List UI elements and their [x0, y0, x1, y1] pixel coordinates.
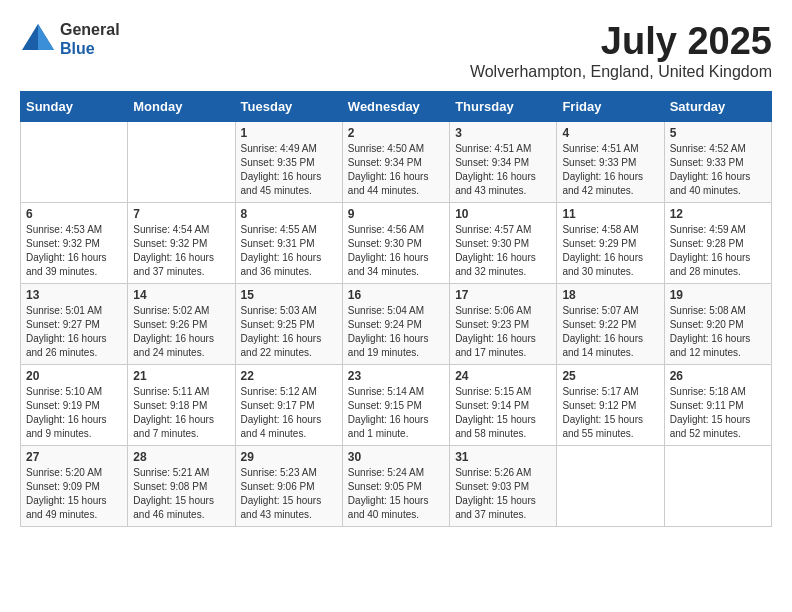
day-info: Sunrise: 5:03 AM Sunset: 9:25 PM Dayligh… — [241, 305, 322, 358]
day-info: Sunrise: 4:51 AM Sunset: 9:33 PM Dayligh… — [562, 143, 643, 196]
day-number: 4 — [562, 126, 658, 140]
day-number: 24 — [455, 369, 551, 383]
day-info: Sunrise: 5:08 AM Sunset: 9:20 PM Dayligh… — [670, 305, 751, 358]
day-info: Sunrise: 4:50 AM Sunset: 9:34 PM Dayligh… — [348, 143, 429, 196]
day-number: 3 — [455, 126, 551, 140]
day-info: Sunrise: 5:14 AM Sunset: 9:15 PM Dayligh… — [348, 386, 429, 439]
weekday-header-friday: Friday — [557, 92, 664, 122]
day-cell: 2Sunrise: 4:50 AM Sunset: 9:34 PM Daylig… — [342, 122, 449, 203]
day-number: 30 — [348, 450, 444, 464]
day-info: Sunrise: 4:51 AM Sunset: 9:34 PM Dayligh… — [455, 143, 536, 196]
day-cell: 31Sunrise: 5:26 AM Sunset: 9:03 PM Dayli… — [450, 446, 557, 527]
logo-blue: Blue — [60, 39, 120, 58]
weekday-header-row: SundayMondayTuesdayWednesdayThursdayFrid… — [21, 92, 772, 122]
day-cell: 11Sunrise: 4:58 AM Sunset: 9:29 PM Dayli… — [557, 203, 664, 284]
day-cell: 8Sunrise: 4:55 AM Sunset: 9:31 PM Daylig… — [235, 203, 342, 284]
day-info: Sunrise: 5:11 AM Sunset: 9:18 PM Dayligh… — [133, 386, 214, 439]
day-number: 9 — [348, 207, 444, 221]
day-number: 31 — [455, 450, 551, 464]
day-cell: 3Sunrise: 4:51 AM Sunset: 9:34 PM Daylig… — [450, 122, 557, 203]
weekday-header-monday: Monday — [128, 92, 235, 122]
day-cell: 22Sunrise: 5:12 AM Sunset: 9:17 PM Dayli… — [235, 365, 342, 446]
day-number: 2 — [348, 126, 444, 140]
day-number: 19 — [670, 288, 766, 302]
week-row-5: 27Sunrise: 5:20 AM Sunset: 9:09 PM Dayli… — [21, 446, 772, 527]
day-info: Sunrise: 5:24 AM Sunset: 9:05 PM Dayligh… — [348, 467, 429, 520]
day-number: 13 — [26, 288, 122, 302]
day-number: 10 — [455, 207, 551, 221]
day-info: Sunrise: 5:17 AM Sunset: 9:12 PM Dayligh… — [562, 386, 643, 439]
day-info: Sunrise: 4:58 AM Sunset: 9:29 PM Dayligh… — [562, 224, 643, 277]
weekday-header-tuesday: Tuesday — [235, 92, 342, 122]
day-info: Sunrise: 4:52 AM Sunset: 9:33 PM Dayligh… — [670, 143, 751, 196]
day-cell: 13Sunrise: 5:01 AM Sunset: 9:27 PM Dayli… — [21, 284, 128, 365]
day-cell: 1Sunrise: 4:49 AM Sunset: 9:35 PM Daylig… — [235, 122, 342, 203]
day-info: Sunrise: 5:07 AM Sunset: 9:22 PM Dayligh… — [562, 305, 643, 358]
day-cell: 23Sunrise: 5:14 AM Sunset: 9:15 PM Dayli… — [342, 365, 449, 446]
calendar-subtitle: Wolverhampton, England, United Kingdom — [470, 63, 772, 81]
day-cell — [557, 446, 664, 527]
day-number: 11 — [562, 207, 658, 221]
day-info: Sunrise: 4:57 AM Sunset: 9:30 PM Dayligh… — [455, 224, 536, 277]
day-cell: 27Sunrise: 5:20 AM Sunset: 9:09 PM Dayli… — [21, 446, 128, 527]
day-cell: 17Sunrise: 5:06 AM Sunset: 9:23 PM Dayli… — [450, 284, 557, 365]
day-cell: 16Sunrise: 5:04 AM Sunset: 9:24 PM Dayli… — [342, 284, 449, 365]
day-number: 12 — [670, 207, 766, 221]
day-cell: 19Sunrise: 5:08 AM Sunset: 9:20 PM Dayli… — [664, 284, 771, 365]
day-cell: 4Sunrise: 4:51 AM Sunset: 9:33 PM Daylig… — [557, 122, 664, 203]
day-number: 28 — [133, 450, 229, 464]
day-info: Sunrise: 4:55 AM Sunset: 9:31 PM Dayligh… — [241, 224, 322, 277]
logo-general: General — [60, 20, 120, 39]
day-number: 20 — [26, 369, 122, 383]
day-number: 15 — [241, 288, 337, 302]
day-cell: 7Sunrise: 4:54 AM Sunset: 9:32 PM Daylig… — [128, 203, 235, 284]
day-cell: 12Sunrise: 4:59 AM Sunset: 9:28 PM Dayli… — [664, 203, 771, 284]
weekday-header-saturday: Saturday — [664, 92, 771, 122]
day-info: Sunrise: 5:15 AM Sunset: 9:14 PM Dayligh… — [455, 386, 536, 439]
day-cell — [664, 446, 771, 527]
day-number: 7 — [133, 207, 229, 221]
day-number: 6 — [26, 207, 122, 221]
day-cell — [128, 122, 235, 203]
day-number: 26 — [670, 369, 766, 383]
week-row-2: 6Sunrise: 4:53 AM Sunset: 9:32 PM Daylig… — [21, 203, 772, 284]
day-cell: 9Sunrise: 4:56 AM Sunset: 9:30 PM Daylig… — [342, 203, 449, 284]
day-number: 14 — [133, 288, 229, 302]
day-number: 25 — [562, 369, 658, 383]
day-cell: 10Sunrise: 4:57 AM Sunset: 9:30 PM Dayli… — [450, 203, 557, 284]
day-info: Sunrise: 5:04 AM Sunset: 9:24 PM Dayligh… — [348, 305, 429, 358]
day-cell: 28Sunrise: 5:21 AM Sunset: 9:08 PM Dayli… — [128, 446, 235, 527]
day-cell: 26Sunrise: 5:18 AM Sunset: 9:11 PM Dayli… — [664, 365, 771, 446]
day-number: 23 — [348, 369, 444, 383]
day-info: Sunrise: 5:26 AM Sunset: 9:03 PM Dayligh… — [455, 467, 536, 520]
day-info: Sunrise: 5:21 AM Sunset: 9:08 PM Dayligh… — [133, 467, 214, 520]
day-number: 8 — [241, 207, 337, 221]
title-area: July 2025 Wolverhampton, England, United… — [470, 20, 772, 81]
day-cell: 29Sunrise: 5:23 AM Sunset: 9:06 PM Dayli… — [235, 446, 342, 527]
logo: General Blue — [20, 20, 120, 58]
day-cell: 20Sunrise: 5:10 AM Sunset: 9:19 PM Dayli… — [21, 365, 128, 446]
day-info: Sunrise: 4:56 AM Sunset: 9:30 PM Dayligh… — [348, 224, 429, 277]
day-info: Sunrise: 4:53 AM Sunset: 9:32 PM Dayligh… — [26, 224, 107, 277]
day-cell — [21, 122, 128, 203]
day-number: 17 — [455, 288, 551, 302]
calendar-header: General Blue July 2025 Wolverhampton, En… — [20, 20, 772, 81]
week-row-1: 1Sunrise: 4:49 AM Sunset: 9:35 PM Daylig… — [21, 122, 772, 203]
day-cell: 14Sunrise: 5:02 AM Sunset: 9:26 PM Dayli… — [128, 284, 235, 365]
day-info: Sunrise: 5:18 AM Sunset: 9:11 PM Dayligh… — [670, 386, 751, 439]
week-row-3: 13Sunrise: 5:01 AM Sunset: 9:27 PM Dayli… — [21, 284, 772, 365]
weekday-header-thursday: Thursday — [450, 92, 557, 122]
calendar-table: SundayMondayTuesdayWednesdayThursdayFrid… — [20, 91, 772, 527]
day-number: 18 — [562, 288, 658, 302]
day-cell: 25Sunrise: 5:17 AM Sunset: 9:12 PM Dayli… — [557, 365, 664, 446]
day-cell: 18Sunrise: 5:07 AM Sunset: 9:22 PM Dayli… — [557, 284, 664, 365]
day-number: 5 — [670, 126, 766, 140]
day-info: Sunrise: 5:20 AM Sunset: 9:09 PM Dayligh… — [26, 467, 107, 520]
day-number: 22 — [241, 369, 337, 383]
weekday-header-sunday: Sunday — [21, 92, 128, 122]
day-number: 1 — [241, 126, 337, 140]
weekday-header-wednesday: Wednesday — [342, 92, 449, 122]
week-row-4: 20Sunrise: 5:10 AM Sunset: 9:19 PM Dayli… — [21, 365, 772, 446]
day-number: 29 — [241, 450, 337, 464]
day-cell: 24Sunrise: 5:15 AM Sunset: 9:14 PM Dayli… — [450, 365, 557, 446]
